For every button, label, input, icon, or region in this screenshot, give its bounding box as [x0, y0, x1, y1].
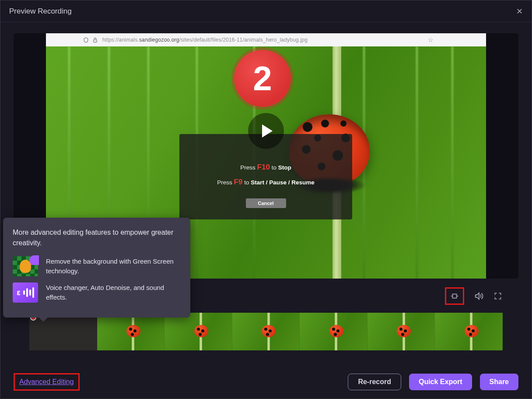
footer-bar: Advanced Editing Re-record Quick Export …	[0, 373, 532, 391]
timeline-thumb[interactable]	[164, 313, 232, 350]
tooltip-feature-row: Remove the background with Green Screen …	[13, 256, 181, 276]
footer-buttons: Re-record Quick Export Share	[348, 374, 518, 390]
tooltip-heading: More advanced editing features to empowe…	[13, 227, 181, 248]
hotkey-f10: F10	[257, 163, 270, 171]
quick-export-button[interactable]: Quick Export	[409, 374, 472, 390]
crop-icon[interactable]	[450, 291, 459, 301]
volume-icon[interactable]	[474, 291, 483, 301]
svg-rect-1	[452, 294, 456, 298]
advanced-editing-tooltip: More advanced editing features to empowe…	[3, 218, 190, 318]
timeline-thumb[interactable]	[368, 313, 435, 350]
highlight-advanced-editing: Advanced Editing	[14, 373, 80, 391]
svg-rect-0	[94, 39, 97, 42]
play-icon	[262, 124, 273, 138]
play-button[interactable]	[248, 113, 284, 149]
recorded-browser-bar: https://animals.sandiegozoo.org/sites/de…	[46, 33, 486, 46]
hotkey-instructions: Press F10 to Stop Press F9 to Start / Pa…	[217, 160, 314, 190]
overlay-cancel-button[interactable]: Cancel	[246, 198, 286, 208]
url-prefix: https://animals.	[102, 37, 139, 43]
bookmark-star-icon: ☆	[428, 36, 434, 43]
svg-marker-4	[476, 293, 479, 300]
timeline-thumb[interactable]	[232, 313, 300, 350]
close-icon[interactable]: ✕	[516, 7, 523, 16]
url-path: /sites/default/files/2016-11/animals_her…	[179, 37, 308, 43]
timeline-thumb[interactable]	[300, 313, 368, 350]
highlight-crop-button	[445, 287, 464, 305]
lock-icon	[92, 37, 98, 43]
timeline-thumbnails[interactable]	[29, 313, 503, 350]
content-area: https://animals.sandiegozoo.org/sites/de…	[0, 22, 532, 350]
voice-effects-icon: ε	[13, 282, 38, 303]
tooltip-feature-text: Voice changer, Auto Denoise, and sound e…	[46, 283, 181, 303]
recording-hotkeys-overlay: Press F10 to Stop Press F9 to Start / Pa…	[179, 134, 352, 219]
countdown-badge: 2	[234, 50, 291, 107]
advanced-editing-link[interactable]: Advanced Editing	[19, 378, 74, 385]
browser-url: https://animals.sandiegozoo.org/sites/de…	[102, 37, 308, 43]
green-screen-icon	[13, 256, 38, 276]
tooltip-feature-row: ε Voice changer, Auto Denoise, and sound…	[13, 282, 181, 303]
timeline-thumb[interactable]	[97, 313, 165, 350]
timeline-thumb[interactable]	[435, 313, 503, 350]
share-button[interactable]: Share	[480, 374, 518, 390]
url-domain: sandiegozoo.org	[139, 37, 179, 43]
rerecord-button[interactable]: Re-record	[348, 374, 401, 390]
browser-security-icons	[83, 37, 98, 43]
hotkey-f9: F9	[234, 178, 243, 186]
shield-icon	[83, 37, 89, 43]
fullscreen-icon[interactable]	[493, 291, 503, 301]
tooltip-feature-text: Remove the background with Green Screen …	[46, 257, 181, 276]
preview-recording-window: Preview Recording ✕ https://animals.sand…	[0, 0, 532, 399]
titlebar: Preview Recording ✕	[0, 0, 532, 22]
countdown-number: 2	[253, 59, 272, 99]
window-title: Preview Recording	[9, 7, 72, 16]
